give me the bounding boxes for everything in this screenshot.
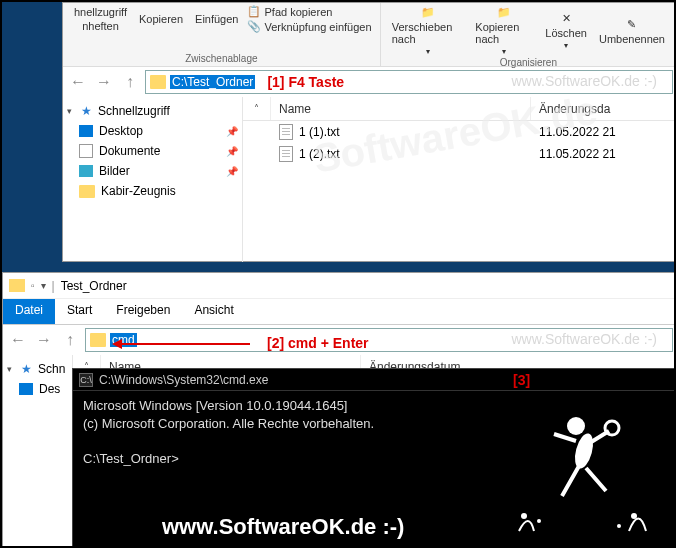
copy-button[interactable]: Kopieren xyxy=(136,12,186,26)
address-bar[interactable]: C:\Test_Ordner [1] F4 Taste xyxy=(145,70,673,94)
sidebar: ▾★Schnellzugriff Desktop📌 Dokumente📌 Bil… xyxy=(63,97,243,262)
svg-point-1 xyxy=(572,432,597,471)
nav-back[interactable]: ← xyxy=(7,329,29,351)
tab-file[interactable]: Datei xyxy=(3,299,55,324)
col-header-name[interactable]: Name xyxy=(271,97,531,120)
tab-share[interactable]: Freigeben xyxy=(104,299,182,324)
rename-button[interactable]: ✎Umbenennen xyxy=(596,17,668,46)
footer-watermark: www.SoftwareOK.de :-) xyxy=(162,514,404,540)
nav-up[interactable]: ↑ xyxy=(119,71,141,93)
pin-quickaccess[interactable]: hnellzugriff nheften xyxy=(71,5,130,33)
cmd-icon: C:\ xyxy=(79,373,93,387)
address-bar-row: ← → ↑ C:\Test_Ordner [1] F4 Taste www.So… xyxy=(63,67,676,97)
copy-path[interactable]: 📋Pfad kopieren xyxy=(247,5,371,18)
pin-icon: 📌 xyxy=(226,126,238,137)
svg-point-0 xyxy=(567,417,585,435)
sidebar-documents[interactable]: Dokumente📌 xyxy=(63,141,242,161)
file-list: ˄ Name Änderungsda 1 (1).txt 11.05.2022 … xyxy=(243,97,676,262)
mascot-graphic xyxy=(514,386,654,536)
svg-point-6 xyxy=(617,524,621,528)
sidebar-desktop[interactable]: Des xyxy=(3,379,72,399)
paste-shortcut[interactable]: 📎Verknüpfung einfügen xyxy=(247,20,371,33)
nav-forward[interactable]: → xyxy=(33,329,55,351)
file-row[interactable]: 1 (2).txt 11.05.2022 21 xyxy=(243,143,676,165)
sidebar: ▾★Schn Des xyxy=(3,355,73,403)
nav-back[interactable]: ← xyxy=(67,71,89,93)
delete-button[interactable]: ✕Löschen▾ xyxy=(542,11,590,51)
explorer-window-1: hnellzugriff nheften Kopieren Einfügen 📋… xyxy=(62,2,676,262)
group-label-clipboard: Zwischenablage xyxy=(71,53,372,64)
annotation-arrow xyxy=(115,343,250,345)
folder-icon xyxy=(9,279,25,292)
nav-up[interactable]: ↑ xyxy=(59,329,81,351)
address-bar[interactable]: cmd xyxy=(85,328,673,352)
txt-icon xyxy=(279,124,293,140)
folder-icon xyxy=(150,75,166,89)
file-row[interactable]: 1 (1).txt 11.05.2022 21 xyxy=(243,121,676,143)
col-gutter[interactable]: ˄ xyxy=(243,97,271,120)
tabs: Datei Start Freigeben Ansicht xyxy=(3,299,676,325)
sidebar-quickaccess[interactable]: ▾★Schn xyxy=(3,359,72,379)
ribbon: hnellzugriff nheften Kopieren Einfügen 📋… xyxy=(63,3,676,67)
pin-icon: 📌 xyxy=(226,146,238,157)
annotation-2: [2] cmd + Enter xyxy=(267,335,369,351)
svg-point-3 xyxy=(521,513,527,519)
pin-icon: 📌 xyxy=(226,166,238,177)
tab-start[interactable]: Start xyxy=(55,299,104,324)
copy-to[interactable]: 📁Kopieren nach▾ xyxy=(472,5,536,57)
svg-point-2 xyxy=(605,421,619,435)
col-header-date[interactable]: Änderungsda xyxy=(531,97,676,120)
nav-forward[interactable]: → xyxy=(93,71,115,93)
txt-icon xyxy=(279,146,293,162)
svg-point-5 xyxy=(631,513,637,519)
sidebar-quickaccess[interactable]: ▾★Schnellzugriff xyxy=(63,101,242,121)
paste-button[interactable]: Einfügen xyxy=(192,12,241,26)
window-title: Test_Ordner xyxy=(61,279,127,293)
chevron-up-icon: ˄ xyxy=(254,103,259,114)
title-bar: ▫ ▾ | Test_Ordner xyxy=(3,273,676,299)
sidebar-pictures[interactable]: Bilder📌 xyxy=(63,161,242,181)
sidebar-folder-kabir[interactable]: Kabir-Zeugnis xyxy=(63,181,242,201)
annotation-1: [1] F4 Taste xyxy=(267,74,344,90)
sidebar-desktop[interactable]: Desktop📌 xyxy=(63,121,242,141)
address-text-selected: C:\Test_Ordner xyxy=(170,75,255,89)
folder-icon xyxy=(90,333,106,347)
svg-point-4 xyxy=(537,519,541,523)
move-to[interactable]: 📁Verschieben nach▾ xyxy=(389,5,467,57)
tab-view[interactable]: Ansicht xyxy=(182,299,245,324)
